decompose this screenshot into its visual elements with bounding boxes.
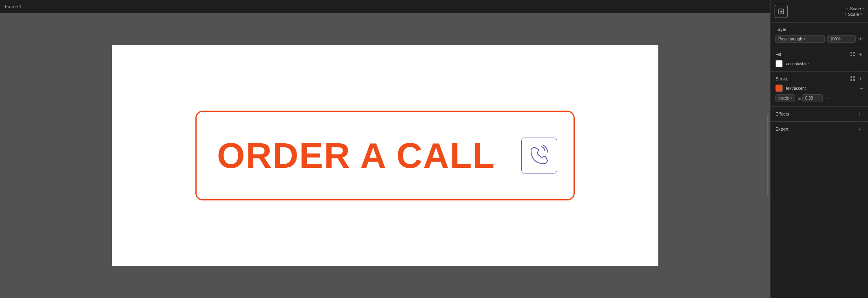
export-header: Export ＋ [775, 126, 863, 132]
stroke-section-header: Stroke ＋ [775, 76, 863, 81]
export-section: Export ＋ [771, 122, 868, 136]
opacity-value: 100% [830, 37, 841, 41]
layer-section: Layer Pass through ▾ 100% 👁 [771, 23, 868, 47]
scale-x-label: Scale [850, 6, 861, 11]
stroke-position-chevron: ▾ [790, 96, 792, 100]
stroke-color-row: text/accent − [775, 85, 863, 92]
fill-row: accent/white − [775, 60, 863, 67]
fill-color-label: accent/white [786, 62, 857, 66]
effects-section: Effects ＋ [771, 107, 868, 122]
frame-label: Frame 1 [5, 4, 22, 9]
scale-x-icon: ↔ [844, 6, 848, 11]
blend-mode-label: Pass through [778, 37, 802, 41]
fill-add-btn[interactable]: ＋ [858, 51, 863, 57]
stroke-add-btn[interactable]: ＋ [858, 76, 863, 81]
order-call-button[interactable]: ORDER A CALL [195, 111, 575, 200]
fill-title: Fill [775, 52, 781, 57]
stroke-title: Stroke [775, 76, 788, 81]
stroke-position-selector[interactable]: Inside ▾ [775, 94, 795, 102]
fill-grid-icon[interactable] [850, 52, 855, 57]
canvas-area: Frame 1 ORDER A CALL [0, 0, 770, 298]
canvas-content[interactable]: ORDER A CALL [0, 13, 770, 298]
stroke-width-row: ≡ 0.09 ··· [798, 94, 829, 102]
stroke-remove-btn[interactable]: − [860, 85, 863, 91]
stroke-color-swatch[interactable] [775, 85, 783, 92]
scale-y-label: Scale [848, 12, 859, 17]
stroke-align-icon: ≡ [798, 96, 801, 101]
top-bar: Frame 1 [0, 0, 770, 13]
scale-y-item[interactable]: ↕ Scale ▾ [844, 12, 864, 17]
panel-top-tools: ↔ Scale ▾ ↕ Scale ▾ [771, 0, 868, 23]
stroke-width-value: 0.09 [805, 96, 813, 100]
stroke-more-btn[interactable]: ··· [824, 95, 829, 102]
fill-section: Fill ＋ accent/white − [771, 47, 868, 72]
stroke-section: Stroke ＋ text/accent − Inside ▾ ≡ 0.09 [771, 72, 868, 107]
blend-mode-selector[interactable]: Pass through ▾ [775, 35, 825, 43]
fill-color-swatch[interactable] [775, 60, 783, 67]
add-tool-button[interactable] [775, 5, 788, 18]
layer-section-header: Layer [775, 27, 863, 32]
scale-y-icon: ↕ [844, 12, 846, 16]
stroke-color-label: text/accent [786, 86, 857, 91]
scale-row: ↔ Scale ▾ ↕ Scale ▾ [844, 6, 864, 17]
export-title: Export [775, 127, 788, 131]
stroke-position-label: Inside [778, 96, 789, 100]
artboard[interactable]: ORDER A CALL [112, 45, 658, 266]
layer-row: Pass through ▾ 100% 👁 [775, 35, 863, 43]
effects-title: Effects [775, 111, 789, 116]
stroke-grid-icon[interactable] [850, 76, 855, 81]
effects-header: Effects ＋ [775, 111, 863, 117]
scale-x-chevron: ▾ [862, 7, 864, 10]
phone-icon-wrapper [521, 138, 557, 173]
layer-title: Layer [775, 27, 787, 32]
stroke-width-input[interactable]: 0.09 [802, 94, 823, 102]
stroke-sub-row: Inside ▾ ≡ 0.09 ··· [775, 94, 863, 102]
fill-remove-btn[interactable]: − [860, 61, 863, 67]
phone-icon [527, 143, 551, 168]
fill-section-header: Fill ＋ [775, 51, 863, 57]
export-add-btn[interactable]: ＋ [857, 126, 863, 132]
stroke-section-icons: ＋ [850, 76, 863, 81]
visibility-toggle[interactable]: 👁 [858, 36, 863, 42]
fill-section-icons: ＋ [850, 51, 863, 57]
canvas-scrollbar[interactable] [767, 115, 768, 196]
scale-y-chevron: ▾ [860, 12, 862, 16]
blend-chevron: ▾ [804, 37, 805, 41]
scale-x-item[interactable]: ↔ Scale ▾ [844, 6, 864, 11]
order-call-text: ORDER A CALL [217, 135, 495, 176]
right-panel: ↔ Scale ▾ ↕ Scale ▾ Layer Pass through ▾… [770, 0, 868, 298]
opacity-input[interactable]: 100% [827, 35, 856, 43]
effects-add-btn[interactable]: ＋ [857, 111, 863, 117]
